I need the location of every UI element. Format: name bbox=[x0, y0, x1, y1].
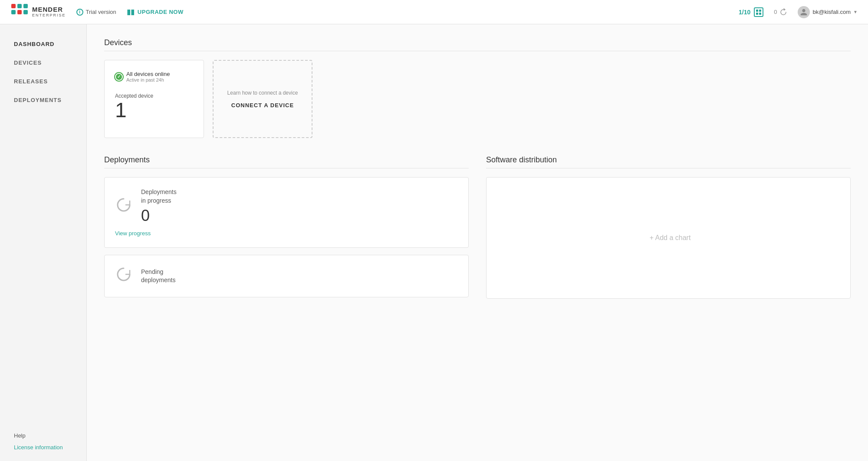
pending-deploy-info: Pending deployments bbox=[141, 268, 458, 285]
svg-rect-5 bbox=[23, 10, 28, 14]
avatar bbox=[798, 6, 810, 18]
in-progress-label: Deployments in progress bbox=[141, 188, 458, 205]
logo-enterprise: ENTERPRISE bbox=[32, 13, 66, 18]
sidebar-license[interactable]: License information bbox=[14, 444, 72, 451]
deploy-info: Deployments in progress 0 bbox=[141, 188, 458, 225]
device-count: 1/10 bbox=[739, 7, 763, 17]
topnav: MENDER ENTERPRISE i Trial version ▮▮ UPG… bbox=[0, 0, 868, 24]
pending-deployments-icon bbox=[115, 266, 132, 286]
trial-version-label: i Trial version bbox=[76, 9, 116, 16]
deployments-section: Deployments Deployments in progress 0 bbox=[104, 155, 469, 304]
svg-rect-3 bbox=[17, 10, 22, 14]
active-label: Active in past 24h bbox=[126, 77, 170, 82]
accepted-device-count: 1 bbox=[115, 99, 193, 122]
chevron-down-icon: ▼ bbox=[853, 10, 858, 14]
user-menu[interactable]: bk@kisfali.com ▼ bbox=[798, 6, 858, 18]
sidebar-item-deployments[interactable]: DEPLOYMENTS bbox=[0, 91, 86, 109]
in-progress-count: 0 bbox=[141, 207, 458, 225]
refresh-count: 0 bbox=[774, 9, 777, 15]
software-section-title: Software distribution bbox=[486, 155, 851, 168]
all-online-label: All devices online bbox=[126, 71, 170, 77]
accepted-device-label: Accepted device bbox=[115, 93, 193, 99]
pending-label: Pending deployments bbox=[141, 268, 458, 285]
sidebar-item-dashboard[interactable]: DASHBOARD bbox=[0, 35, 86, 53]
software-distribution-section: Software distribution + Add a chart bbox=[486, 155, 851, 304]
connect-device-card[interactable]: Learn how to connect a device CONNECT A … bbox=[213, 60, 312, 138]
accepted-devices-card: All devices online Active in past 24h Ac… bbox=[104, 60, 204, 138]
logo-text: MENDER ENTERPRISE bbox=[32, 6, 66, 17]
devices-row: All devices online Active in past 24h Ac… bbox=[104, 60, 851, 138]
pending-deploy-card-inner: Pending deployments bbox=[115, 266, 458, 286]
deployments-in-progress-icon bbox=[115, 196, 132, 217]
pending-deployments-card: Pending deployments bbox=[104, 255, 469, 297]
sidebar-bottom: Help License information bbox=[0, 425, 86, 461]
all-online-status-dot bbox=[115, 73, 123, 81]
main-content: Devices All devices online Active in pas… bbox=[87, 24, 868, 461]
deployments-in-progress-card: Deployments in progress 0 View progress bbox=[104, 177, 469, 248]
logo-mender: MENDER bbox=[32, 6, 66, 13]
add-chart-label: + Add a chart bbox=[650, 234, 691, 242]
upgrade-button[interactable]: ▮▮ UPGRADE NOW bbox=[127, 8, 184, 16]
device-status-text: All devices online Active in past 24h bbox=[126, 71, 170, 82]
refresh-area[interactable]: 0 bbox=[774, 8, 787, 16]
connect-device-button[interactable]: CONNECT A DEVICE bbox=[231, 102, 294, 109]
sidebar: DASHBOARD DEVICES RELEASES DEPLOYMENTS H… bbox=[0, 24, 87, 461]
deploy-card-inner: Deployments in progress 0 bbox=[115, 188, 458, 225]
info-icon: i bbox=[76, 9, 83, 16]
view-progress-link[interactable]: View progress bbox=[115, 230, 151, 237]
connect-learn-label: Learn how to connect a device bbox=[227, 90, 298, 96]
logo: MENDER ENTERPRISE bbox=[10, 3, 66, 21]
deployments-section-title: Deployments bbox=[104, 155, 469, 168]
svg-rect-0 bbox=[11, 4, 16, 8]
sidebar-nav: DASHBOARD DEVICES RELEASES DEPLOYMENTS bbox=[0, 35, 86, 425]
svg-rect-4 bbox=[23, 4, 28, 8]
credit-card-icon: ▮▮ bbox=[127, 8, 135, 16]
svg-rect-1 bbox=[17, 4, 22, 8]
logo-icon bbox=[10, 3, 29, 21]
refresh-icon[interactable] bbox=[779, 8, 787, 16]
sidebar-help[interactable]: Help bbox=[14, 432, 72, 439]
add-chart-card[interactable]: + Add a chart bbox=[486, 177, 851, 299]
sidebar-item-devices[interactable]: DEVICES bbox=[0, 53, 86, 72]
device-status-row: All devices online Active in past 24h bbox=[115, 71, 193, 82]
user-email: bk@kisfali.com bbox=[812, 9, 851, 15]
devices-section-title: Devices bbox=[104, 38, 851, 51]
grid-icon bbox=[754, 7, 763, 17]
sidebar-item-releases[interactable]: RELEASES bbox=[0, 72, 86, 91]
svg-rect-2 bbox=[11, 10, 16, 14]
bottom-row: Deployments Deployments in progress 0 bbox=[104, 155, 851, 304]
